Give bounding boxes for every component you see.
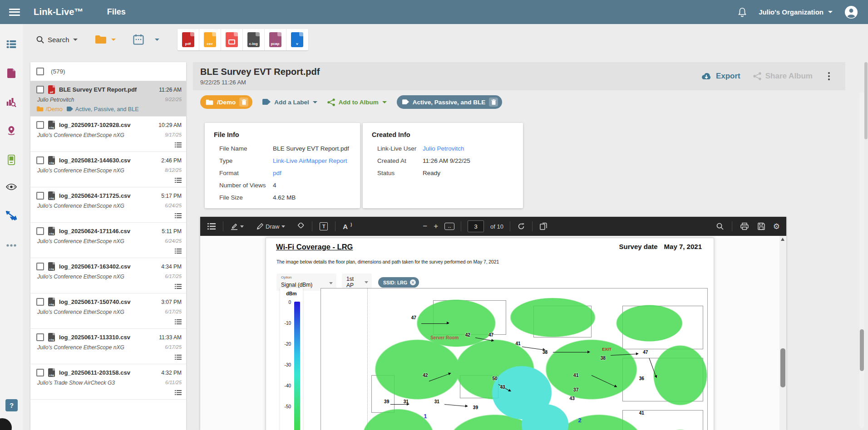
row-checkbox[interactable] [36, 156, 44, 164]
file-date: 6/24/25 [165, 238, 182, 244]
folder-pill[interactable]: /Demo [200, 95, 252, 109]
info-value: 4.62 MB [273, 194, 296, 201]
file-row[interactable]: c-log log_20250611-203158.csv 4:32 PM Ju… [30, 364, 186, 400]
account-icon[interactable] [844, 5, 858, 19]
close-icon[interactable]: ✕ [410, 279, 416, 285]
info-value: BLE Survey EVT Report.pdf [273, 145, 349, 152]
share-icon [753, 72, 761, 80]
row-label: Active, Passive, and BLE [75, 106, 139, 112]
zoom-out-button[interactable]: − [423, 222, 427, 231]
file-date: 9/22/25 [165, 97, 182, 103]
rotate-icon[interactable] [517, 221, 526, 231]
select-all-checkbox[interactable] [36, 68, 44, 75]
highlighter-tool[interactable] [230, 221, 245, 231]
filetype-csv-button[interactable]: csv [199, 29, 221, 50]
pdf-scrollbar[interactable] [779, 236, 786, 430]
file-row[interactable]: c-log log_20250812-144630.csv 2:46 PM Ju… [30, 152, 186, 187]
print-icon[interactable] [740, 221, 750, 231]
pdf-file-icon: pdf [48, 85, 55, 94]
main-scrollbar[interactable] [859, 92, 864, 428]
info-value[interactable]: pdf [273, 169, 281, 177]
label-chip[interactable]: Active, Passive, and BLE [397, 95, 503, 109]
filetype-pdf-button[interactable]: pdf [178, 29, 199, 50]
row-checkbox[interactable] [36, 263, 44, 270]
floor-plan-heatmap: Server Room EXITEXITEXITEXIT 47424741383… [321, 288, 708, 430]
filetype-v-button[interactable]: v [286, 29, 308, 50]
label-pill-row: /Demo Add a Label Add to Album Active, P… [200, 95, 502, 109]
analysis-icon[interactable] [7, 98, 16, 109]
info-row: Status Ready [377, 169, 514, 177]
main-scrollbar-thumb[interactable] [860, 329, 864, 371]
row-folder-label: /Demo [46, 106, 63, 112]
sidebar-toggle-icon[interactable] [207, 222, 217, 231]
nav-files[interactable]: Files [107, 7, 126, 17]
zoom-in-button[interactable]: + [434, 222, 438, 231]
remove-folder-icon[interactable] [239, 98, 248, 107]
row-checkbox[interactable] [36, 333, 44, 341]
file-row[interactable]: c-log log_20250617-150740.csv 3:07 PM Ju… [30, 293, 186, 329]
row-actions-icon[interactable] [175, 249, 182, 254]
row-actions-icon[interactable] [175, 142, 182, 147]
units-icon[interactable] [8, 155, 15, 167]
tools-icon[interactable] [6, 211, 17, 223]
settings-gear-icon[interactable]: ⚙ [773, 223, 780, 230]
page-number-input[interactable] [468, 220, 484, 232]
menu-icon[interactable] [9, 9, 20, 16]
file-row[interactable]: c-log log_20250617-163402.csv 4:34 PM Ju… [30, 258, 186, 293]
search-document-icon[interactable] [715, 221, 725, 231]
survey-point: 47 [643, 350, 648, 355]
date-filter[interactable] [133, 34, 159, 45]
row-actions-icon[interactable] [175, 213, 182, 218]
row-checkbox[interactable] [36, 86, 44, 93]
row-actions-icon[interactable] [175, 284, 182, 289]
more-actions-icon[interactable] [825, 71, 833, 81]
info-value[interactable]: Link-Live AirMapper Report [273, 157, 347, 165]
draw-tool[interactable]: Draw [256, 222, 286, 231]
file-list-scrollbar[interactable] [864, 62, 868, 139]
page-layout-icon[interactable] [539, 221, 548, 231]
save-icon[interactable] [757, 221, 766, 231]
text-box-tool[interactable]: T [319, 221, 329, 232]
pdf-scrollbar-thumb[interactable] [780, 348, 785, 387]
file-row[interactable]: c-log log_20250624-171146.csv 5:11 PM Ju… [30, 223, 186, 258]
row-checkbox[interactable] [36, 369, 44, 376]
row-checkbox[interactable] [36, 227, 44, 235]
search-control[interactable]: Search [36, 36, 78, 44]
folder-filter[interactable] [95, 35, 116, 44]
ssid-filter-chip[interactable]: SSID: LRG ✕ [378, 277, 419, 288]
filetype-pcap-button[interactable]: pcap [265, 29, 286, 50]
map-icon[interactable] [7, 126, 16, 138]
help-button[interactable]: ? [5, 399, 18, 411]
row-checkbox[interactable] [36, 121, 44, 129]
file-row[interactable]: pdf BLE Survey EVT Report.pdf 11:26 AM J… [30, 81, 186, 117]
share-album-button[interactable]: Share Album [753, 72, 813, 81]
csv-file-icon: csv [204, 32, 216, 47]
file-row[interactable]: c-log log_20250917-102928.csv 10:29 AM J… [30, 117, 186, 152]
eraser-tool[interactable] [296, 221, 306, 231]
dashboard-icon[interactable] [7, 40, 16, 50]
row-actions-icon[interactable] [175, 319, 182, 324]
read-aloud-tool[interactable]: A) [342, 221, 353, 232]
results-files-icon[interactable] [7, 68, 15, 80]
org-selector[interactable]: Julio's Organization [759, 8, 833, 16]
file-row[interactable]: c-log log_20250617-113310.csv 11:33 AM J… [30, 329, 186, 364]
add-label-button[interactable]: Add a Label [262, 99, 317, 106]
row-actions-icon[interactable] [175, 355, 182, 360]
add-to-album-button[interactable]: Add to Album [327, 98, 387, 106]
row-checkbox[interactable] [36, 192, 44, 200]
info-value[interactable]: Julio Petrovitch [423, 145, 464, 152]
row-actions-icon[interactable] [175, 178, 182, 183]
row-actions-icon[interactable] [175, 390, 182, 395]
fit-width-button[interactable]: ↔ [444, 223, 454, 230]
info-row: File Name BLE Survey EVT Report.pdf [219, 145, 351, 152]
scroll-up-icon[interactable] [781, 238, 784, 241]
export-button[interactable]: Export [701, 72, 740, 81]
file-row[interactable]: c-log log_20250624-171725.csv 5:17 PM Ju… [30, 187, 186, 223]
observer-icon[interactable] [6, 184, 17, 192]
bell-icon[interactable] [738, 7, 747, 17]
filetype-c-log-button[interactable]: c-log [243, 29, 265, 50]
row-checkbox[interactable] [36, 298, 44, 306]
remove-label-icon[interactable] [489, 98, 498, 107]
filetype-img-button[interactable] [221, 29, 243, 50]
more-icon[interactable] [6, 240, 16, 249]
